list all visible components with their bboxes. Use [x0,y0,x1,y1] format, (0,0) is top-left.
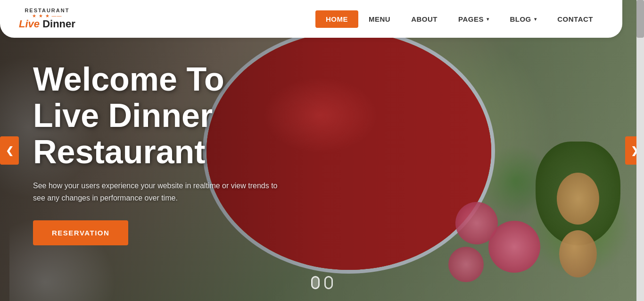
logo: RESTAURANT ★ ★ ★ —— Live Dinner [19,8,75,30]
blog-dropdown-arrow: ▾ [534,17,537,22]
nav-item-menu[interactable]: MENU [358,10,401,28]
reservation-button[interactable]: RESERVATION [33,220,128,245]
slider-prev-button[interactable]: ❮ [0,136,19,165]
pages-dropdown-arrow: ▾ [487,17,489,22]
logo-name: Live Dinner [19,18,75,30]
scrollbar[interactable] [636,0,644,301]
nav-item-about[interactable]: ABOUT [401,10,448,28]
logo-top-text: RESTAURANT [25,8,69,13]
nav-item-blog[interactable]: BLOG ▾ [499,10,547,28]
nav-item-pages[interactable]: PAGES ▾ [448,10,499,28]
hero-subtitle: See how your users experience your websi… [33,180,278,204]
main-nav: HOME MENU ABOUT PAGES ▾ BLOG ▾ CONTACT [315,10,603,28]
logo-live: Live [19,18,40,30]
logo-dinner: Dinner [40,18,75,30]
slider-dots [311,276,333,289]
header: RESTAURANT ★ ★ ★ —— Live Dinner HOME MEN… [0,0,622,38]
slider-dot-2[interactable] [324,276,333,289]
hero-title: Welcome To Live Dinner Restaurant [33,61,339,170]
scrollbar-thumb[interactable] [636,0,644,38]
slider-dot-1[interactable] [311,276,320,289]
nav-item-contact[interactable]: CONTACT [547,10,603,28]
hero-content: Welcome To Live Dinner Restaurant See ho… [33,61,339,245]
nav-item-home[interactable]: HOME [315,10,358,28]
